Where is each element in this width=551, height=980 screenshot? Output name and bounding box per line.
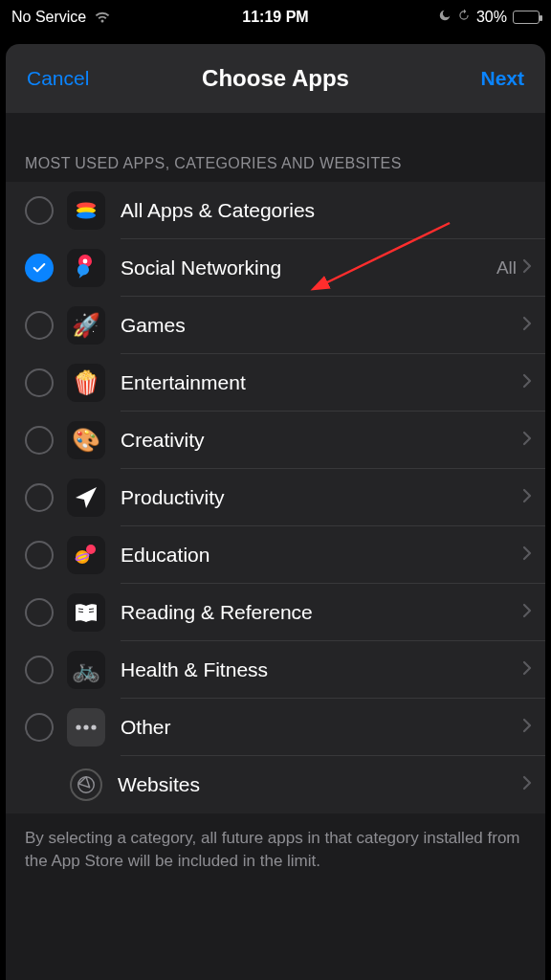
- productivity-icon: [67, 479, 105, 517]
- row-label: Games: [121, 314, 522, 337]
- chevron-right-icon: [522, 660, 532, 679]
- row-label: Health & Fitness: [121, 658, 522, 681]
- health-icon: 🚲: [67, 651, 105, 689]
- carrier-text: No Service: [11, 9, 86, 26]
- row-websites[interactable]: Websites: [6, 756, 545, 813]
- chevron-right-icon: [522, 546, 532, 565]
- row-label: Other: [121, 716, 522, 739]
- chevron-right-icon: [522, 316, 532, 335]
- svg-line-9: [78, 612, 83, 612]
- status-bar: No Service 11:19 PM 30%: [0, 0, 551, 34]
- navbar: Cancel Choose Apps Next: [6, 44, 545, 113]
- svg-point-14: [91, 724, 96, 729]
- category-list: All Apps & Categories Social Networking …: [6, 182, 545, 813]
- checkbox-entertainment[interactable]: [25, 368, 54, 397]
- svg-line-10: [89, 609, 94, 610]
- battery-percent: 30%: [476, 9, 507, 26]
- row-all-apps[interactable]: All Apps & Categories: [6, 182, 545, 239]
- chevron-right-icon: [522, 488, 532, 507]
- status-time: 11:19 PM: [187, 9, 364, 26]
- section-header-wrap: MOST USED APPS, CATEGORIES AND WEBSITES: [6, 113, 545, 182]
- social-icon: [67, 249, 105, 287]
- row-label: Social Networking: [121, 256, 496, 279]
- choose-apps-sheet: Cancel Choose Apps Next MOST USED APPS, …: [6, 44, 545, 980]
- row-label: Entertainment: [121, 371, 522, 394]
- row-label: Education: [121, 544, 522, 567]
- row-games[interactable]: 🚀 Games: [6, 297, 545, 354]
- footer-note: By selecting a category, all future apps…: [6, 813, 545, 980]
- chevron-right-icon: [522, 258, 532, 278]
- orientation-lock-icon: [457, 9, 471, 26]
- row-other[interactable]: Other: [6, 699, 545, 756]
- checkbox-social[interactable]: [25, 254, 54, 282]
- svg-point-12: [76, 724, 80, 729]
- chevron-right-icon: [522, 603, 532, 622]
- checkbox-education[interactable]: [25, 541, 54, 569]
- other-icon: [67, 708, 105, 746]
- chevron-right-icon: [522, 775, 532, 794]
- page-title: Choose Apps: [202, 65, 349, 92]
- chevron-right-icon: [522, 718, 532, 737]
- checkbox-creativity[interactable]: [25, 426, 54, 455]
- row-social-networking[interactable]: Social Networking All: [6, 239, 545, 297]
- entertainment-icon: 🍿: [67, 364, 105, 402]
- checkbox-games[interactable]: [25, 311, 54, 340]
- row-label: Creativity: [121, 429, 522, 452]
- row-education[interactable]: Education: [6, 526, 545, 584]
- row-entertainment[interactable]: 🍿 Entertainment: [6, 354, 545, 412]
- websites-icon: [70, 768, 102, 801]
- chevron-right-icon: [522, 373, 532, 392]
- row-creativity[interactable]: 🎨 Creativity: [6, 412, 545, 469]
- education-icon: [67, 536, 105, 574]
- checkbox-reading[interactable]: [25, 598, 54, 627]
- section-header: MOST USED APPS, CATEGORIES AND WEBSITES: [6, 155, 545, 182]
- row-reading[interactable]: Reading & Reference: [6, 584, 545, 641]
- dnd-icon: [438, 9, 452, 26]
- row-health[interactable]: 🚲 Health & Fitness: [6, 641, 545, 699]
- checkbox-productivity[interactable]: [25, 483, 54, 512]
- svg-point-13: [83, 724, 88, 729]
- creativity-icon: 🎨: [67, 421, 105, 459]
- row-detail: All: [496, 257, 517, 278]
- checkbox-all-apps[interactable]: [25, 196, 54, 225]
- row-label: All Apps & Categories: [121, 199, 532, 222]
- reading-icon: [67, 593, 105, 632]
- games-icon: 🚀: [67, 306, 105, 345]
- wifi-icon: [94, 11, 111, 24]
- svg-point-5: [86, 545, 96, 554]
- svg-line-11: [89, 612, 94, 612]
- row-label: Productivity: [121, 486, 522, 509]
- row-label: Websites: [118, 773, 522, 796]
- checkbox-other[interactable]: [25, 713, 54, 742]
- all-apps-icon: [67, 191, 105, 230]
- row-productivity[interactable]: Productivity: [6, 469, 545, 526]
- svg-point-2: [77, 212, 96, 219]
- row-label: Reading & Reference: [121, 601, 522, 624]
- svg-point-3: [83, 259, 88, 264]
- next-button[interactable]: Next: [349, 67, 524, 90]
- svg-line-8: [78, 609, 83, 610]
- chevron-right-icon: [522, 431, 532, 450]
- checkbox-health[interactable]: [25, 656, 54, 684]
- battery-icon: [513, 11, 540, 24]
- cancel-button[interactable]: Cancel: [27, 67, 202, 90]
